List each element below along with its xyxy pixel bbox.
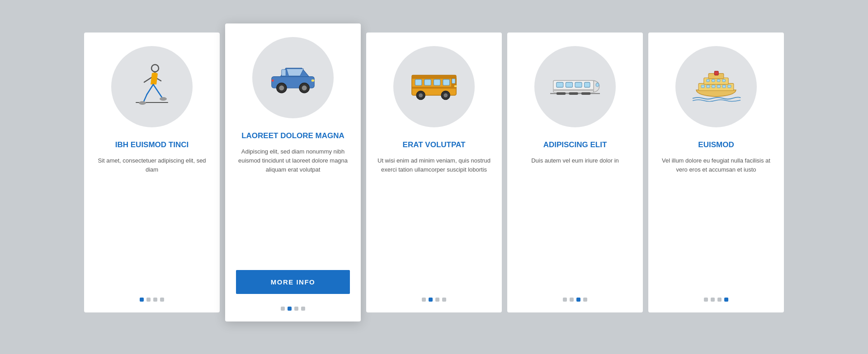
svg-rect-49 [707,85,710,88]
icon-circle-2 [252,37,334,118]
svg-point-14 [279,85,284,90]
icon-circle-1 [111,46,193,127]
svg-point-38 [596,83,599,87]
icon-circle-5 [675,46,757,127]
svg-rect-50 [712,85,715,88]
dot [570,298,574,302]
svg-rect-51 [717,85,720,88]
card-5-text: Vel illum dolore eu feugiat nulla facili… [659,156,773,174]
card-1-title: IBH EUISMOD TINCI [115,140,189,150]
svg-rect-34 [557,82,563,87]
svg-rect-37 [585,82,590,87]
svg-rect-52 [722,85,726,88]
svg-rect-42 [569,92,578,95]
svg-point-28 [419,93,423,98]
dot [160,298,164,302]
card-5-title: EUISMOD [698,140,734,150]
svg-rect-56 [717,79,720,82]
card-2: LAOREET DOLORE MAGNA Adipiscing elit, se… [225,23,361,321]
car-icon [268,53,318,102]
svg-rect-12 [282,70,286,76]
card-1-text: Sit amet, consectetuer adipiscing elit, … [95,156,209,174]
cards-container: IBH EUISMOD TINCI Sit amet, consectetuer… [57,14,811,340]
card-5: EUISMOD Vel illum dolore eu feugiat null… [648,33,784,312]
dot [704,298,708,302]
svg-rect-41 [557,92,566,95]
dot [563,298,567,302]
svg-line-5 [143,94,147,102]
svg-rect-35 [566,82,572,87]
card-2-title: LAOREET DOLORE MAGNA [241,131,344,141]
svg-point-30 [443,93,448,98]
svg-point-9 [139,101,146,105]
more-info-button[interactable]: MORE INFO [236,270,350,294]
svg-rect-36 [575,82,582,87]
svg-rect-26 [452,79,455,83]
train-icon [550,62,600,112]
dot [442,298,446,302]
card-4: ADIPISCING ELIT Duis autem vel eum iriur… [507,33,643,312]
dot [288,307,292,311]
dot [294,307,298,311]
card-1: IBH EUISMOD TINCI Sit amet, consectetuer… [84,33,220,312]
svg-line-7 [159,93,162,98]
dot [435,298,439,302]
card-3-dots [422,298,446,302]
dot [422,298,426,302]
walking-person-icon [127,62,177,112]
bus-icon [409,62,459,112]
svg-rect-22 [425,79,431,85]
card-2-dots [281,307,305,311]
svg-rect-39 [553,89,594,91]
svg-rect-31 [412,87,456,88]
svg-point-10 [160,97,167,101]
svg-rect-43 [581,92,591,95]
dot [429,298,433,302]
card-5-dots [704,298,728,302]
svg-rect-47 [714,71,718,75]
card-4-title: ADIPISCING ELIT [543,140,607,150]
dot [717,298,722,302]
dot [153,298,157,302]
svg-rect-57 [722,79,726,82]
card-2-text: Adipiscing elit, sed diam nonummy nibh e… [236,147,350,174]
dot [146,298,151,302]
svg-rect-54 [707,79,710,82]
dot [140,298,144,302]
card-3-text: Ut wisi enim ad minim veniam, quis nostr… [377,156,491,174]
svg-rect-24 [443,79,450,85]
ship-icon [691,62,741,112]
svg-rect-32 [454,85,457,87]
svg-line-6 [153,84,159,93]
svg-point-0 [151,65,159,72]
card-3: ERAT VOLUTPAT Ut wisi enim ad minim veni… [366,33,502,312]
svg-rect-23 [434,79,440,85]
svg-point-16 [302,85,307,90]
dot [711,298,715,302]
svg-rect-20 [412,75,456,78]
card-3-title: ERAT VOLUTPAT [403,140,466,150]
dot [576,298,580,302]
svg-rect-21 [415,79,422,85]
svg-rect-18 [272,79,274,82]
card-4-text: Duis autem vel eum iriure dolor in [531,156,619,165]
icon-circle-3 [393,46,475,127]
card-4-dots [563,298,587,302]
svg-rect-55 [712,79,715,82]
dot [281,307,285,311]
svg-line-4 [147,84,153,94]
svg-rect-17 [311,79,314,82]
svg-rect-48 [701,85,704,88]
icon-circle-4 [534,46,616,127]
dot [301,307,305,311]
card-1-dots [140,298,164,302]
dot [583,298,587,302]
svg-rect-53 [728,85,731,88]
dot [724,298,728,302]
